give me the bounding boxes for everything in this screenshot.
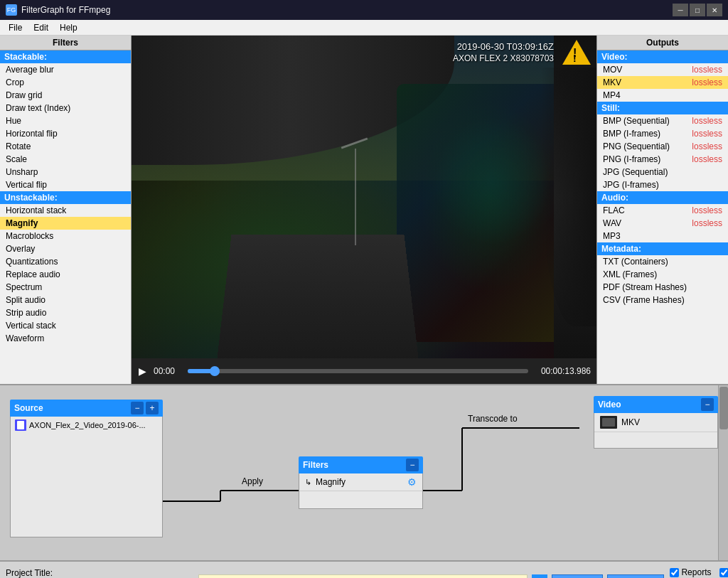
- output-txt[interactable]: TXT (Containers): [597, 255, 728, 268]
- source-file-item[interactable]: AXON_Flex_2_Video_2019-06-...: [11, 417, 162, 434]
- filter-rotate[interactable]: Rotate: [0, 140, 131, 153]
- reports-checkbox[interactable]: [670, 568, 679, 577]
- filter-overlay[interactable]: Overlay: [0, 242, 131, 255]
- filter-node-body: ↳ Magnify ⚙: [299, 473, 423, 509]
- output-bmp-seq-label: BMP (Sequential): [603, 116, 670, 126]
- metadata-output-header: Metadata:: [597, 242, 728, 255]
- filter-hue[interactable]: Hue: [0, 114, 131, 127]
- output-wav[interactable]: WAV lossless: [597, 217, 728, 230]
- video-thumb-inner: [602, 418, 615, 427]
- output-xml[interactable]: XML (Frames): [597, 268, 728, 281]
- filter-magnify[interactable]: Magnify: [0, 217, 131, 230]
- road-area: [217, 235, 419, 358]
- filter-strip-audio[interactable]: Strip audio: [0, 306, 131, 319]
- video-node-body: MKV: [594, 413, 718, 449]
- commands-checkbox-label[interactable]: Commands: [719, 567, 728, 577]
- filter-crop[interactable]: Crop: [0, 76, 131, 89]
- output-png-seq[interactable]: PNG (Sequential) lossless: [597, 140, 728, 153]
- output-flac-quality: lossless: [692, 205, 722, 215]
- output-txt-label: TXT (Containers): [603, 257, 668, 267]
- unstackable-header: Unstackable:: [0, 191, 131, 204]
- filter-spectrum[interactable]: Spectrum: [0, 281, 131, 294]
- filter-macroblocks[interactable]: Macroblocks: [0, 230, 131, 242]
- output-bmp-seq[interactable]: BMP (Sequential) lossless: [597, 114, 728, 127]
- menu-edit[interactable]: Edit: [28, 21, 54, 34]
- output-bmp-iframe[interactable]: BMP (I-frames) lossless: [597, 127, 728, 140]
- output-flac[interactable]: FLAC lossless: [597, 204, 728, 217]
- output-panel-header: Outputs: [597, 36, 728, 50]
- filter-panel-header: Filters: [0, 36, 131, 50]
- stackable-header: Stackable:: [0, 50, 131, 63]
- audio-output-header: Audio:: [597, 191, 728, 204]
- output-mp4-label: MP4: [603, 90, 621, 100]
- menu-file[interactable]: File: [3, 21, 28, 34]
- reports-checkbox-label[interactable]: Reports: [670, 567, 711, 577]
- filter-horizontal-flip[interactable]: Horizontal flip: [0, 127, 131, 140]
- apply-label: Apply: [242, 476, 263, 486]
- output-png-iframe-quality: lossless: [692, 154, 722, 164]
- close-button[interactable]: ✕: [707, 4, 722, 16]
- filter-unsharp[interactable]: Unsharp: [0, 166, 131, 178]
- video-overlay: 2019-06-30 T03:09:16Z AXON FLEX 2 X83078…: [453, 41, 554, 63]
- source-minus-button[interactable]: −: [131, 402, 144, 414]
- filter-draw-text[interactable]: Draw text (Index): [0, 102, 131, 114]
- checkboxes: Reports Commands: [670, 567, 728, 577]
- output-mp3[interactable]: MP3: [597, 230, 728, 242]
- copy-path-button[interactable]: ⧉: [532, 574, 547, 578]
- maximize-button[interactable]: □: [690, 4, 705, 16]
- output-csv[interactable]: CSV (Frame Hashes): [597, 294, 728, 306]
- output-mkv-label: MKV: [603, 77, 621, 87]
- filter-horizontal-stack[interactable]: Horizontal stack: [0, 204, 131, 217]
- output-jpg-seq-label: JPG (Sequential): [603, 167, 668, 177]
- graph-scrollbar[interactable]: [718, 385, 728, 560]
- output-png-iframe[interactable]: PNG (I-frames) lossless: [597, 153, 728, 166]
- filter-quantizations[interactable]: Quantizations: [0, 255, 131, 268]
- filter-minus-button[interactable]: −: [406, 459, 419, 471]
- output-jpg-seq[interactable]: JPG (Sequential): [597, 166, 728, 178]
- source-plus-button[interactable]: +: [146, 402, 159, 414]
- output-jpg-iframe[interactable]: JPG (I-frames): [597, 178, 728, 191]
- output-png-seq-quality: lossless: [692, 141, 722, 151]
- progress-bar[interactable]: [188, 369, 528, 373]
- warning-triangle-inner: [567, 43, 587, 60]
- source-node-buttons[interactable]: − +: [131, 402, 159, 414]
- warning-icon: !: [562, 40, 591, 68]
- output-mkv[interactable]: MKV lossless: [597, 76, 728, 89]
- output-panel: Outputs Video: MOV lossless MKV lossless…: [596, 36, 728, 384]
- video-node-title: Video: [598, 400, 621, 410]
- video-output-header: Video:: [597, 50, 728, 63]
- filter-vertical-stack[interactable]: Vertical stack: [0, 319, 131, 332]
- filter-draw-grid[interactable]: Draw grid: [0, 89, 131, 102]
- progress-thumb[interactable]: [210, 366, 220, 376]
- menu-help[interactable]: Help: [54, 21, 83, 34]
- video-device-id: AXON FLEX 2 X83078703: [453, 53, 554, 63]
- filter-gear-icon[interactable]: ⚙: [407, 476, 417, 488]
- titlebar: FG FilterGraph for FFmpeg ─ □ ✕: [0, 0, 728, 20]
- graph-scroll-thumb[interactable]: [719, 387, 728, 429]
- output-xml-label: XML (Frames): [603, 269, 657, 279]
- output-pdf[interactable]: PDF (Stream Hashes): [597, 281, 728, 294]
- titlebar-controls[interactable]: ─ □ ✕: [673, 4, 722, 16]
- video-minus-button[interactable]: −: [701, 398, 714, 411]
- bottom-bar: Project Title: Output Folder: +X:\Y\Samp…: [0, 560, 728, 578]
- commands-checkbox[interactable]: [719, 568, 728, 577]
- source-node: Source − + AXON_Flex_2_Video_2019-06-...: [10, 400, 163, 537]
- show-path-button[interactable]: Show Path: [607, 574, 664, 578]
- output-mp3-label: MP3: [603, 231, 621, 241]
- filter-waveform[interactable]: Waveform: [0, 332, 131, 345]
- filter-split-audio[interactable]: Split audio: [0, 294, 131, 306]
- output-csv-label: CSV (Frame Hashes): [603, 295, 685, 305]
- browse-button[interactable]: Browse...: [552, 574, 603, 578]
- filter-scale[interactable]: Scale: [0, 153, 131, 166]
- play-button[interactable]: ▶: [137, 364, 148, 378]
- filter-node-header: Filters −: [299, 456, 423, 473]
- reports-label: Reports: [681, 567, 711, 577]
- output-mov[interactable]: MOV lossless: [597, 63, 728, 76]
- video-node-item[interactable]: MKV: [594, 413, 717, 432]
- filter-node-item[interactable]: ↳ Magnify ⚙: [299, 473, 422, 491]
- output-mp4[interactable]: MP4: [597, 89, 728, 102]
- filter-average-blur[interactable]: Average blur: [0, 63, 131, 76]
- minimize-button[interactable]: ─: [673, 4, 688, 16]
- filter-replace-audio[interactable]: Replace audio: [0, 268, 131, 281]
- filter-vertical-flip[interactable]: Vertical flip: [0, 178, 131, 191]
